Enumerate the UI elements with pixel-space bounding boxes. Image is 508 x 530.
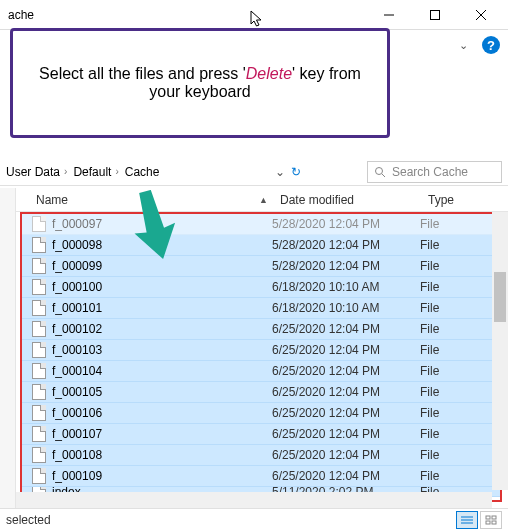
file-type: File [420, 259, 500, 273]
file-type: File [420, 301, 500, 315]
table-row[interactable]: f_0001056/25/2020 12:04 PMFile [22, 382, 500, 403]
instruction-callout: Select all the files and press 'Delete' … [10, 28, 390, 138]
table-row[interactable]: f_0001086/25/2020 12:04 PMFile [22, 445, 500, 466]
search-input[interactable]: Search Cache [367, 161, 502, 183]
svg-point-5 [376, 167, 383, 174]
file-icon [32, 216, 46, 232]
svg-marker-4 [130, 190, 180, 260]
file-name: f_000107 [52, 427, 102, 441]
maximize-button[interactable] [412, 0, 458, 30]
main-area: Name▲ Date modified Type f_000097 5/28/2… [0, 188, 508, 508]
file-type: File [420, 280, 500, 294]
file-icon [32, 384, 46, 400]
table-row[interactable]: f_0000995/28/2020 12:04 PMFile [22, 256, 500, 277]
file-icon [32, 363, 46, 379]
file-name: f_000109 [52, 469, 102, 483]
window-title: ache [8, 8, 366, 22]
search-placeholder: Search Cache [392, 165, 468, 179]
help-icon[interactable]: ? [482, 36, 500, 54]
file-name: f_000106 [52, 406, 102, 420]
file-date: 6/25/2020 12:04 PM [272, 343, 420, 357]
file-name: f_000104 [52, 364, 102, 378]
file-date: 6/25/2020 12:04 PM [272, 322, 420, 336]
file-date: 6/25/2020 12:04 PM [272, 469, 420, 483]
close-button[interactable] [458, 0, 504, 30]
file-type: File [420, 364, 500, 378]
file-icon [32, 300, 46, 316]
file-icon [32, 279, 46, 295]
table-row[interactable]: f_0001026/25/2020 12:04 PMFile [22, 319, 500, 340]
sort-asc-icon: ▲ [259, 195, 268, 205]
file-icon [32, 342, 46, 358]
file-icon [32, 237, 46, 253]
minimize-button[interactable] [366, 0, 412, 30]
file-type: File [420, 448, 500, 462]
file-name: f_000101 [52, 301, 102, 315]
breadcrumb-item-default[interactable]: Default› [73, 165, 118, 179]
refresh-icon[interactable]: ↻ [291, 165, 301, 179]
status-text: selected [6, 513, 51, 527]
horizontal-scrollbar[interactable] [16, 492, 492, 508]
file-type: File [420, 343, 500, 357]
table-row[interactable]: f_0001046/25/2020 12:04 PMFile [22, 361, 500, 382]
file-date: 6/18/2020 10:10 AM [272, 280, 420, 294]
table-row[interactable]: f_0001066/25/2020 12:04 PMFile [22, 403, 500, 424]
breadcrumb-item-userdata[interactable]: User Data› [6, 165, 67, 179]
file-date: 6/25/2020 12:04 PM [272, 427, 420, 441]
file-date: 6/25/2020 12:04 PM [272, 406, 420, 420]
file-icon [32, 468, 46, 484]
file-name: f_000102 [52, 322, 102, 336]
file-name: f_000099 [52, 259, 102, 273]
column-header-type[interactable]: Type [422, 193, 508, 207]
table-row[interactable]: f_0001096/25/2020 12:04 PMFile [22, 466, 500, 487]
svg-rect-1 [431, 10, 440, 19]
column-header-date[interactable]: Date modified [274, 193, 422, 207]
scroll-thumb[interactable] [494, 272, 506, 322]
instruction-text-accent: Delete [246, 65, 292, 82]
file-name: f_000105 [52, 385, 102, 399]
breadcrumb-item-cache[interactable]: Cache [125, 165, 160, 179]
file-name: f_000103 [52, 343, 102, 357]
svg-rect-12 [486, 521, 490, 524]
column-headers: Name▲ Date modified Type [16, 188, 508, 212]
file-date: 5/28/2020 12:04 PM [272, 217, 420, 231]
table-row[interactable]: f_0001006/18/2020 10:10 AMFile [22, 277, 500, 298]
nav-pane-collapsed[interactable] [0, 188, 16, 508]
file-name: f_000108 [52, 448, 102, 462]
file-list-panel: Name▲ Date modified Type f_000097 5/28/2… [16, 188, 508, 508]
file-name: f_000100 [52, 280, 102, 294]
address-bar[interactable]: User Data› Default› Cache ⌄ ↻ Search Cac… [0, 158, 508, 186]
file-icon [32, 426, 46, 442]
search-icon [374, 166, 386, 178]
svg-rect-13 [492, 521, 496, 524]
view-details-button[interactable] [456, 511, 478, 529]
file-date: 6/25/2020 12:04 PM [272, 364, 420, 378]
cursor-icon [250, 10, 264, 28]
view-thumbnails-button[interactable] [480, 511, 502, 529]
file-date: 5/28/2020 12:04 PM [272, 238, 420, 252]
ribbon-toggle-icon[interactable]: ⌄ [459, 39, 468, 52]
file-icon [32, 405, 46, 421]
file-type: File [420, 238, 500, 252]
table-row[interactable]: f_0001076/25/2020 12:04 PMFile [22, 424, 500, 445]
file-type: File [420, 469, 500, 483]
titlebar: ache [0, 0, 508, 30]
pointer-arrow-icon [130, 190, 180, 260]
table-row[interactable]: f_0001036/25/2020 12:04 PMFile [22, 340, 500, 361]
file-type: File [420, 322, 500, 336]
svg-rect-11 [492, 516, 496, 519]
address-dropdown-icon[interactable]: ⌄ [275, 165, 285, 179]
table-row[interactable]: f_0001016/18/2020 10:10 AMFile [22, 298, 500, 319]
file-type: File [420, 385, 500, 399]
chevron-right-icon: › [115, 166, 118, 177]
file-date: 6/18/2020 10:10 AM [272, 301, 420, 315]
instruction-text-pre: Select all the files and press ' [39, 65, 246, 82]
file-name: f_000098 [52, 238, 102, 252]
table-row[interactable]: f_0000985/28/2020 12:04 PMFile [22, 235, 500, 256]
file-type: File [420, 427, 500, 441]
file-date: 6/25/2020 12:04 PM [272, 448, 420, 462]
vertical-scrollbar[interactable] [492, 212, 508, 490]
table-row[interactable]: f_000097 5/28/2020 12:04 PM File [22, 214, 500, 235]
file-type: File [420, 217, 500, 231]
file-icon [32, 321, 46, 337]
